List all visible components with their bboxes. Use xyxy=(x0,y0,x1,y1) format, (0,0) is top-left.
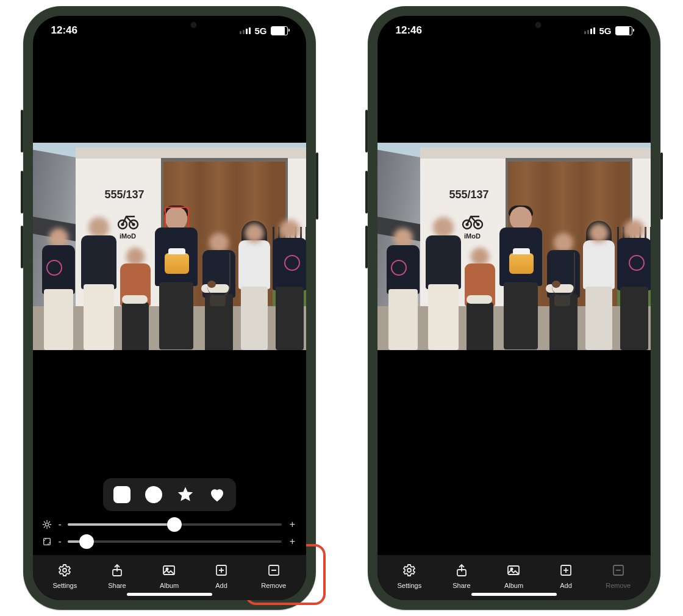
phone-left: 12:46 5G 555/137 iMoD xyxy=(23,6,316,610)
tab-label: Remove xyxy=(261,582,286,589)
album-tab[interactable]: Album xyxy=(148,562,190,589)
square-shape[interactable] xyxy=(112,484,132,505)
gear-icon xyxy=(57,562,73,578)
tab-label: Settings xyxy=(52,582,77,589)
phone-right: 12:46 5G 555/137 iMoD xyxy=(368,6,660,610)
battery-icon xyxy=(615,26,632,35)
album-icon xyxy=(506,562,521,578)
slider-plus[interactable]: + xyxy=(288,536,298,547)
selected-face-person[interactable] xyxy=(151,207,201,350)
screen: 12:46 5G 555/137 iMoD xyxy=(33,16,306,600)
shape-picker xyxy=(103,478,236,511)
status-right: 5G xyxy=(584,26,632,36)
minus-square-icon xyxy=(266,562,282,578)
svg-point-4 xyxy=(45,523,48,526)
tab-label: Remove xyxy=(606,582,631,589)
tab-label: Album xyxy=(160,582,179,589)
brightness-icon xyxy=(41,520,52,529)
tab-label: Share xyxy=(452,582,470,589)
status-time: 12:46 xyxy=(396,24,422,37)
album-tab[interactable]: Album xyxy=(492,562,535,589)
share-tab[interactable]: Share xyxy=(96,562,138,589)
size-slider[interactable]: - + xyxy=(41,533,298,550)
notch xyxy=(119,16,220,34)
svg-rect-13 xyxy=(43,539,50,545)
add-tab[interactable]: Add xyxy=(545,562,587,589)
svg-point-27 xyxy=(407,568,411,572)
tab-label: Add xyxy=(215,582,227,589)
notch xyxy=(463,16,564,34)
blur-slider[interactable]: - + xyxy=(41,516,298,533)
add-tab[interactable]: Add xyxy=(200,562,243,589)
slider-plus[interactable]: + xyxy=(288,519,298,530)
plus-square-icon xyxy=(558,562,574,578)
slider-minus[interactable]: - xyxy=(59,519,62,530)
home-indicator[interactable] xyxy=(471,593,557,596)
svg-point-14 xyxy=(63,568,66,572)
controls-panel: - + - + xyxy=(33,478,306,555)
cellular-bars-icon xyxy=(240,27,251,34)
photo-preview[interactable]: 555/137 iMoD xyxy=(33,143,306,350)
star-shape[interactable] xyxy=(175,484,196,505)
share-icon xyxy=(454,562,470,578)
svg-line-9 xyxy=(44,521,45,522)
tab-label: Add xyxy=(560,582,572,589)
photo-address-text: 555/137 xyxy=(449,188,489,201)
heart-shape[interactable] xyxy=(207,484,227,505)
slider-minus[interactable]: - xyxy=(59,536,62,547)
photo-preview[interactable]: 555/137 iMoD xyxy=(377,143,651,350)
status-time: 12:46 xyxy=(51,24,77,37)
tab-label: Settings xyxy=(397,582,421,589)
tab-label: Share xyxy=(108,582,126,589)
photo-address-text: 555/137 xyxy=(105,188,145,201)
share-icon xyxy=(109,562,125,578)
cellular-bars-icon xyxy=(584,27,595,34)
album-icon xyxy=(161,562,177,578)
network-label: 5G xyxy=(254,26,266,36)
plus-square-icon xyxy=(213,562,229,578)
people xyxy=(377,210,651,350)
controls-panel xyxy=(377,478,651,555)
gear-icon xyxy=(401,562,417,578)
circle-shape[interactable] xyxy=(143,484,164,505)
remove-tab: Remove xyxy=(597,562,640,589)
settings-tab[interactable]: Settings xyxy=(43,562,86,589)
settings-tab[interactable]: Settings xyxy=(388,562,431,589)
battery-icon xyxy=(271,26,288,35)
size-icon xyxy=(41,537,52,546)
people xyxy=(33,210,306,350)
network-label: 5G xyxy=(599,26,611,36)
status-right: 5G xyxy=(240,26,287,36)
svg-line-12 xyxy=(49,521,49,522)
screen: 12:46 5G 555/137 iMoD xyxy=(377,16,651,600)
remove-tab[interactable]: Remove xyxy=(252,562,295,589)
svg-line-11 xyxy=(44,526,45,527)
home-indicator[interactable] xyxy=(127,593,212,596)
share-tab[interactable]: Share xyxy=(440,562,483,589)
svg-line-10 xyxy=(49,526,49,527)
minus-square-icon xyxy=(610,562,626,578)
tab-label: Album xyxy=(504,582,523,589)
